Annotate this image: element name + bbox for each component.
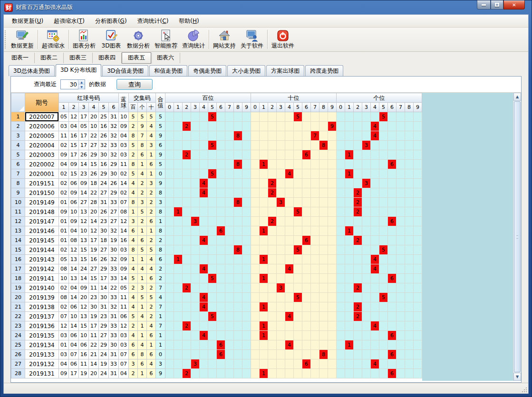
table-row[interactable]: 32020005111617222632048749874: [11, 131, 422, 141]
tab-chart-5[interactable]: 图表五: [122, 52, 151, 64]
tab-chart-1[interactable]: 图表一: [6, 53, 35, 63]
menu-item-query-stats[interactable]: 查询统计(C): [132, 16, 174, 27]
tab-view-3[interactable]: 3D合值走势图: [102, 65, 148, 76]
table-row[interactable]: 112019148091013202627081528152: [11, 207, 422, 217]
scroll-down-icon[interactable]: ▼: [513, 373, 521, 381]
table-row[interactable]: 122019147010912142327123261326: [11, 217, 422, 226]
toolbar-button-website-support[interactable]: 网站支持: [211, 29, 238, 50]
table-row[interactable]: 22020006030405101632092945294: [11, 122, 422, 131]
table-row[interactable]: 182019141101314151733145162516: [11, 274, 422, 283]
table-row[interactable]: 262019133030716212431076860686: [11, 350, 422, 359]
issue-cell[interactable]: 2019145: [25, 236, 59, 245]
tab-view-6[interactable]: 大小走势图: [227, 65, 265, 76]
toolbar-button-data-update[interactable]: 数据更新: [9, 29, 36, 50]
table-row[interactable]: 162019143051315162632091146114: [11, 255, 422, 264]
issue-cell[interactable]: 2019146: [25, 226, 59, 236]
issue-cell[interactable]: 2020001: [25, 169, 59, 179]
table-row[interactable]: 212019138020612303132114127412: [11, 302, 422, 312]
maximize-button[interactable]: [491, 0, 503, 10]
issue-cell[interactable]: 2019132: [25, 359, 59, 369]
issue-cell[interactable]: 2020005: [25, 131, 59, 141]
issue-cell[interactable]: 2019133: [25, 350, 59, 359]
tab-view-5[interactable]: 奇偶走势图: [188, 65, 226, 76]
tab-view-1[interactable]: 3D总体走势图: [9, 65, 55, 76]
menu-item-super-shrink[interactable]: 超强缩水(T): [48, 16, 90, 27]
issue-cell[interactable]: 2019148: [25, 207, 59, 217]
toolbar-button-smart-recommend[interactable]: 智能推荐: [152, 29, 180, 50]
chart-cell: [371, 112, 379, 122]
resize-grip-icon[interactable]: [521, 387, 527, 392]
issue-cell[interactable]: 2019140: [25, 283, 59, 293]
table-row[interactable]: 52020003091726293032032619261: [11, 150, 422, 160]
issue-cell[interactable]: 2019135: [25, 331, 59, 340]
table-row[interactable]: 272019132040611141933073643364: [11, 359, 422, 369]
issue-cell[interactable]: 2020007: [25, 112, 59, 122]
table-row[interactable]: 72020001021523262930025410541: [11, 169, 422, 179]
table-row[interactable]: 202019139081420233033114554455: [11, 293, 422, 302]
close-button[interactable]: ✕: [503, 0, 525, 10]
title-bar[interactable]: 财 财富百万通加强水晶版 ✕: [3, 0, 529, 14]
table-row[interactable]: 142019145010813171819164622462: [11, 236, 422, 245]
table-row[interactable]: 42020004021517273233035836583: [11, 141, 422, 150]
issue-cell[interactable]: 2019134: [25, 340, 59, 350]
tab-view-2[interactable]: 3D K分布线图: [56, 64, 102, 77]
table-row[interactable]: 222019137071013192331065421542: [11, 312, 422, 321]
toolbar-button-data-analysis[interactable]: 数据分析: [125, 29, 152, 50]
spinner-up-icon[interactable]: ▲: [78, 80, 85, 85]
tab-view-4[interactable]: 和值走势图: [149, 65, 187, 76]
toolbar-button-exit-software[interactable]: 退出软件: [269, 29, 297, 50]
toolbar-button-about-software[interactable]: 关于软件: [238, 29, 266, 50]
menu-item-help[interactable]: 帮助(H): [174, 16, 204, 27]
spinner-down-icon[interactable]: ▼: [78, 85, 85, 89]
issue-cell[interactable]: 2019137: [25, 312, 59, 321]
table-row[interactable]: 102019149010627283133078323832: [11, 198, 422, 207]
tab-chart-6[interactable]: 图表六: [151, 53, 180, 63]
query-button[interactable]: 查询: [116, 79, 153, 90]
table-row[interactable]: 12020007051217202531105555555: [11, 112, 422, 122]
issue-cell[interactable]: 2019151: [25, 179, 59, 188]
menu-item-analysis-charts[interactable]: 分析图表(G): [90, 16, 132, 27]
issue-cell[interactable]: 2019139: [25, 293, 59, 302]
issue-cell[interactable]: 2019138: [25, 302, 59, 312]
tab-view-7[interactable]: 方案出球图: [266, 65, 304, 76]
issue-cell[interactable]: 2019142: [25, 264, 59, 274]
toolbar-button-chart-analysis[interactable]: 图表分析: [70, 29, 98, 50]
issue-cell[interactable]: 2019136: [25, 321, 59, 331]
issue-cell[interactable]: 2020002: [25, 160, 59, 169]
recent-count-input[interactable]: [61, 80, 78, 89]
table-row[interactable]: 192019140020409111422052327232: [11, 283, 422, 293]
chart-cell: [397, 340, 405, 350]
minimize-button[interactable]: [477, 0, 491, 10]
tab-chart-2[interactable]: 图表二: [35, 53, 64, 63]
issue-cell[interactable]: 2019131: [25, 369, 59, 378]
table-row[interactable]: 62020002040914151629118165816: [11, 160, 422, 169]
issue-cell[interactable]: 2019149: [25, 198, 59, 207]
table-row[interactable]: 232019136121415172933122147214: [11, 321, 422, 331]
toolbar-button-3d-chart[interactable]: 3D图表: [98, 29, 125, 50]
table-row[interactable]: 282019131091719202431042169216: [11, 369, 422, 378]
table-row[interactable]: 82019151020609182426144239423: [11, 179, 422, 188]
issue-cell[interactable]: 2019144: [25, 245, 59, 255]
issue-cell[interactable]: 2019147: [25, 217, 59, 226]
issue-cell[interactable]: 2020003: [25, 150, 59, 160]
tab-chart-3[interactable]: 图表三: [64, 53, 93, 63]
toolbar-button-query-stats[interactable]: 查询统计: [180, 29, 207, 50]
issue-cell[interactable]: 2020006: [25, 122, 59, 131]
issue-cell[interactable]: 2019141: [25, 274, 59, 283]
scrollbar-thumb[interactable]: [514, 101, 521, 372]
issue-cell[interactable]: 2019143: [25, 255, 59, 264]
scroll-up-icon[interactable]: ▲: [513, 93, 521, 101]
table-row[interactable]: 252019134010406222930036411641: [11, 340, 422, 350]
table-row[interactable]: 152019144021215192730038558855: [11, 245, 422, 255]
issue-cell[interactable]: 2020004: [25, 141, 59, 150]
table-row[interactable]: 172019142081424272933094442444: [11, 264, 422, 274]
tab-view-8[interactable]: 跨度走势图: [305, 65, 343, 76]
tab-chart-4[interactable]: 图表四: [93, 53, 122, 63]
menu-item-data-update[interactable]: 数据更新(U): [7, 16, 48, 27]
toolbar-button-super-shrink[interactable]: 超强缩水: [39, 29, 67, 50]
table-row[interactable]: 132019146010410123032146118611: [11, 226, 422, 236]
vertical-scrollbar[interactable]: ▲ ▼: [513, 93, 521, 381]
table-row[interactable]: 242019135030610112733034161416: [11, 331, 422, 340]
table-row[interactable]: 92019150020914222729024228422: [11, 188, 422, 198]
issue-cell[interactable]: 2019150: [25, 188, 59, 198]
